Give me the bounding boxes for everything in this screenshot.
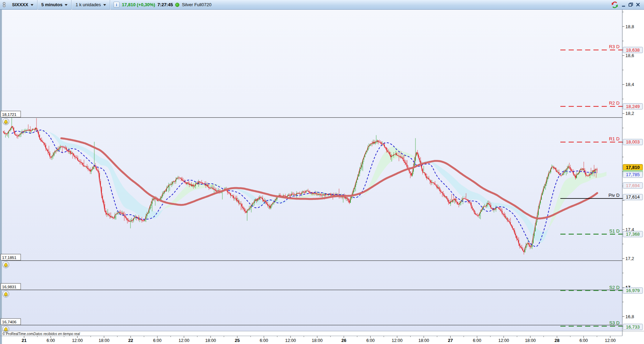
symbol-selector[interactable]: SIXXXX: [8, 0, 38, 10]
prorealtime-window: SIXXXX 5 minutos 1 k unidades i 17,810 (…: [0, 0, 644, 344]
quote-time: 7:27:45: [158, 2, 173, 7]
last-price-change: 17,810 (+0,30%): [122, 2, 155, 7]
info-icon[interactable]: i: [114, 2, 119, 8]
link-ring-icon: [3, 4, 6, 7]
close-icon[interactable]: [635, 2, 641, 7]
chevron-down-icon: [65, 4, 67, 6]
x-axis-label: 6:00: [579, 338, 588, 343]
pivot-label: S2 D: [609, 285, 620, 290]
chart-toolbar: SIXXXX 5 minutos 1 k unidades i 17,810 (…: [0, 0, 644, 10]
x-axis-label: 6:00: [473, 338, 481, 343]
pivot-label: Piv D: [609, 193, 620, 198]
x-axis-label: 12:00: [498, 338, 509, 343]
alert-price-label: 16,7406: [2, 320, 17, 324]
x-axis-label: 6:00: [366, 338, 374, 343]
chevron-down-icon: [31, 4, 33, 6]
pivot-label: R2 D: [609, 100, 620, 106]
sync-icon[interactable]: [611, 1, 619, 9]
quote-area: i 17,810 (+0,30%) 7:27:45 Silver Full072…: [110, 2, 211, 8]
slow-ma-value-label-text: 17,694: [626, 183, 640, 188]
fast-ma-value-label-text: 17,785: [626, 172, 640, 177]
units-label: 1 k unidades: [75, 2, 101, 7]
window-controls: [611, 1, 644, 9]
x-axis-label: 26: [341, 338, 346, 343]
y-axis-tick-label: 18,2: [625, 111, 634, 116]
alert-bell-icon[interactable]: [3, 261, 9, 268]
x-axis-label: 18:00: [205, 338, 216, 343]
x-axis-label: 18:00: [99, 338, 109, 343]
restore-button[interactable]: [628, 2, 633, 7]
axis-price-text: 17,614: [626, 194, 640, 200]
x-axis-label: 6:00: [260, 338, 268, 343]
x-axis-label: 28: [555, 338, 559, 343]
x-axis-label: 18:00: [418, 338, 429, 343]
last-price-label-text: 17,810: [626, 165, 640, 170]
y-axis-tick-label: 18,6: [625, 53, 634, 58]
axis-price-text: 18,003: [626, 139, 640, 144]
pivot-label: R1 D: [609, 136, 620, 141]
alert-price-label: 18,1721: [2, 112, 17, 117]
alert-price-label: 16,9831: [2, 285, 17, 289]
x-axis-label: 21: [22, 338, 27, 343]
price-chart[interactable]: 18,172117,185116,983116,7406R3 DR2 DR1 D…: [0, 10, 644, 344]
x-axis-label: 12:00: [72, 338, 83, 343]
timeframe-selector[interactable]: 5 minutos: [38, 0, 72, 10]
y-axis-tick-label: 17,2: [625, 256, 634, 261]
feed-status-label: Datos recibidos en tiempo real: [33, 332, 80, 336]
minimize-button[interactable]: [621, 2, 626, 7]
x-axis-label: 12:00: [179, 338, 189, 343]
y-axis-tick-label: 16,8: [625, 314, 634, 319]
pivot-label: S1 D: [609, 228, 620, 234]
x-axis-label: 12:00: [285, 338, 296, 343]
x-axis-label: 12:00: [605, 338, 615, 343]
x-axis-label: 27: [448, 338, 453, 343]
alert-bell-icon[interactable]: [3, 118, 9, 125]
axis-price-text: 17,368: [626, 232, 640, 237]
timeframe-label: 5 minutos: [41, 2, 62, 7]
feed-status-icon: [175, 3, 179, 7]
units-selector[interactable]: 1 k unidades: [72, 0, 110, 10]
window-left-edge: [0, 10, 2, 344]
link-windows-icon[interactable]: [0, 0, 8, 10]
axis-price-text: 18,249: [626, 104, 640, 109]
plot-background: [2, 10, 622, 331]
x-axis-label: 6:00: [46, 338, 55, 343]
x-axis-label: 6:00: [153, 338, 161, 343]
x-axis-label: 18:00: [312, 338, 323, 343]
copyright-label: © ProRealTime.com: [2, 332, 33, 336]
y-axis-tick-label: 18,8: [625, 24, 634, 29]
axis-price-text: 16,733: [626, 324, 640, 330]
alert-bell-icon[interactable]: [3, 291, 9, 297]
y-axis-tick-label: 18,4: [625, 82, 634, 87]
pivot-label: R3 D: [609, 44, 620, 49]
alert-price-label: 17,1851: [2, 256, 17, 260]
x-axis-label: 25: [235, 338, 240, 343]
symbol-label: SIXXXX: [12, 2, 28, 7]
axis-price-text: 18,638: [626, 47, 640, 53]
x-axis-label: 18:00: [525, 338, 536, 343]
chevron-down-icon: [103, 4, 106, 6]
axis-price-text: 16,979: [626, 288, 640, 293]
pivot-label: S3 D: [609, 320, 620, 325]
feed-name: Silver Full0720: [182, 2, 211, 7]
x-axis-label: 22: [128, 338, 133, 343]
x-axis-label: 12:00: [392, 338, 402, 343]
